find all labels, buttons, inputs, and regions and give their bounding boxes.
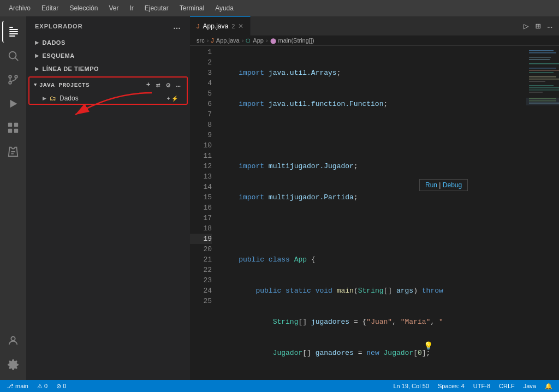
breadcrumb-file[interactable]: App.java	[216, 37, 240, 44]
run-link[interactable]: Run	[425, 181, 437, 189]
sidebar-dados-label: DADOS	[43, 39, 66, 46]
esquema-arrow-icon: ▶	[35, 53, 39, 58]
svg-rect-23	[529, 68, 556, 69]
extensions-activity-icon[interactable]	[2, 117, 24, 139]
sidebar-esquema-label: ESQUEMA	[43, 52, 75, 59]
menu-archivo[interactable]: Archivo	[4, 2, 35, 14]
menu-editar[interactable]: Editar	[37, 2, 63, 14]
menu-ir[interactable]: Ir	[125, 2, 138, 14]
activity-bar-bottom	[2, 330, 24, 380]
java-projects-sync-icon[interactable]: ⇄	[154, 80, 162, 90]
svg-rect-25	[529, 72, 554, 73]
menu-ver[interactable]: Ver	[104, 2, 123, 14]
svg-rect-1	[9, 29, 18, 30]
status-errors[interactable]: ⊘ 0	[54, 383, 68, 390]
settings-activity-icon[interactable]	[2, 354, 24, 376]
status-position[interactable]: Ln 19, Col 50	[391, 383, 431, 389]
svg-rect-0	[9, 27, 13, 28]
svg-rect-32	[529, 92, 543, 93]
dados-type-icon: 🗂	[50, 94, 56, 102]
status-branch[interactable]: ⎇ main	[4, 383, 31, 390]
sidebar-section-dados: ▶ DADOS	[26, 36, 190, 49]
linea-arrow-icon: ▶	[35, 66, 39, 72]
menu-bar: Archivo Editar Selección Ver Ir Ejecutar…	[0, 0, 559, 16]
sidebar-section-java-projects-header[interactable]: ▼ JAVA PROJECTS + ⇄ ⚙ …	[29, 78, 187, 93]
status-warnings[interactable]: ⚠ 0	[35, 383, 50, 390]
activity-bar-top	[2, 21, 24, 163]
line-numbers: 1 2 3 4 5 6 7 8 9 10 11 12 13 14 15 16 1…	[190, 46, 217, 380]
lightbulb-icon[interactable]: 💡	[424, 341, 433, 351]
menu-ayuda[interactable]: Ayuda	[211, 2, 238, 14]
search-activity-icon[interactable]	[2, 45, 24, 67]
tab-bar: J App.java 2 ✕ ▷ ⊞ …	[190, 16, 559, 35]
svg-rect-24	[529, 70, 559, 71]
java-projects-icons: + ⇄ ⚙ …	[145, 80, 182, 90]
run-debug-tooltip: Run | Debug	[419, 179, 468, 191]
run-debug-activity-icon[interactable]	[2, 93, 24, 115]
status-bar-right: Ln 19, Col 50 Spaces: 4 UTF-8 CRLF Java …	[391, 383, 555, 390]
menu-terminal[interactable]: Terminal	[175, 2, 209, 14]
svg-rect-20	[529, 57, 551, 58]
breadcrumb: src › J App.java › ⬡ App › ⬤ main(String…	[190, 35, 559, 46]
status-eol[interactable]: CRLF	[497, 383, 517, 389]
dados-arrow-icon: ▶	[35, 40, 39, 45]
main-area: EXPLORADOR … ▶ DADOS ▶ ESQUEMA ▶ LÍNEA D…	[0, 16, 559, 380]
run-icon[interactable]: ▷	[521, 19, 531, 34]
sidebar-title: EXPLORADOR	[35, 23, 83, 29]
more-actions-icon[interactable]: …	[545, 19, 555, 34]
menu-ejecutar[interactable]: Ejecutar	[140, 2, 173, 14]
account-activity-icon[interactable]	[2, 330, 24, 352]
status-encoding[interactable]: UTF-8	[471, 383, 492, 389]
tab-bar-actions: ▷ ⊞ …	[521, 19, 559, 34]
svg-rect-29	[529, 85, 554, 86]
java-projects-arrow-icon: ▼	[34, 82, 37, 88]
svg-rect-13	[14, 123, 18, 127]
svg-rect-19	[529, 52, 556, 54]
svg-rect-26	[529, 76, 556, 78]
explorer-activity-icon[interactable]	[2, 21, 24, 43]
test-activity-icon[interactable]	[2, 141, 24, 163]
status-notification-icon[interactable]: 🔔	[543, 383, 555, 390]
svg-rect-30	[529, 87, 559, 88]
java-projects-dados-item[interactable]: ▶ 🗂 Dados + ⚡	[29, 93, 187, 104]
code-line-1: import java.util.Arrays;	[217, 68, 526, 78]
breadcrumb-class[interactable]: App	[253, 37, 264, 44]
svg-rect-3	[9, 33, 18, 34]
tab-appjava[interactable]: J App.java 2 ✕	[190, 16, 251, 35]
code-editor[interactable]: 1 2 3 4 5 6 7 8 9 10 11 12 13 14 15 16 1…	[190, 46, 559, 380]
svg-rect-15	[14, 129, 18, 133]
java-projects-add-icon[interactable]: +	[145, 80, 152, 90]
minimap-content	[526, 46, 559, 380]
status-spaces[interactable]: Spaces: 4	[436, 383, 467, 389]
svg-rect-2	[9, 31, 18, 32]
java-projects-settings-icon[interactable]: ⚙	[164, 80, 172, 90]
split-editor-icon[interactable]: ⊞	[533, 19, 543, 34]
svg-rect-22	[529, 63, 559, 64]
sidebar-linea-label: LÍNEA DE TIEMPO	[43, 66, 99, 72]
code-content[interactable]: import java.util.Arrays; import java.uti…	[217, 46, 526, 380]
sidebar-section-dados-header[interactable]: ▶ DADOS	[26, 36, 190, 49]
code-line-9: String[] jugadores = {"Juan", "María", "	[217, 317, 526, 327]
breadcrumb-src[interactable]: src	[197, 37, 205, 44]
sidebar-section-linea-header[interactable]: ▶ LÍNEA DE TIEMPO	[26, 62, 190, 75]
source-control-activity-icon[interactable]	[2, 69, 24, 91]
java-projects-more-icon[interactable]: …	[175, 80, 182, 90]
code-line-5: import multijugador.Partida;	[217, 192, 526, 203]
code-line-8: public static void main(String[] args) t…	[217, 286, 526, 296]
sidebar-more-icon[interactable]: …	[173, 22, 181, 31]
breadcrumb-method[interactable]: main(String[])	[278, 37, 314, 44]
sidebar-header: EXPLORADOR …	[26, 16, 190, 36]
svg-rect-12	[8, 123, 12, 127]
code-line-4: import multijugador.Jugador;	[217, 161, 526, 171]
code-line-11	[217, 379, 526, 380]
dados-item-sub-icons: + ⚡	[166, 96, 178, 102]
sidebar-section-esquema-header[interactable]: ▶ ESQUEMA	[26, 49, 190, 62]
tab-close-icon[interactable]: ✕	[238, 22, 243, 30]
breadcrumb-icon-class: ⬡	[246, 38, 251, 44]
sidebar-java-projects-label: JAVA PROJECTS	[39, 82, 90, 88]
menu-seleccion[interactable]: Selección	[65, 2, 102, 14]
sidebar-section-java-projects: ▼ JAVA PROJECTS + ⇄ ⚙ … ▶ 🗂 Dados + ⚡	[28, 76, 188, 105]
status-language[interactable]: Java	[521, 383, 538, 389]
svg-rect-21	[529, 59, 550, 60]
debug-link[interactable]: Debug	[443, 181, 462, 189]
